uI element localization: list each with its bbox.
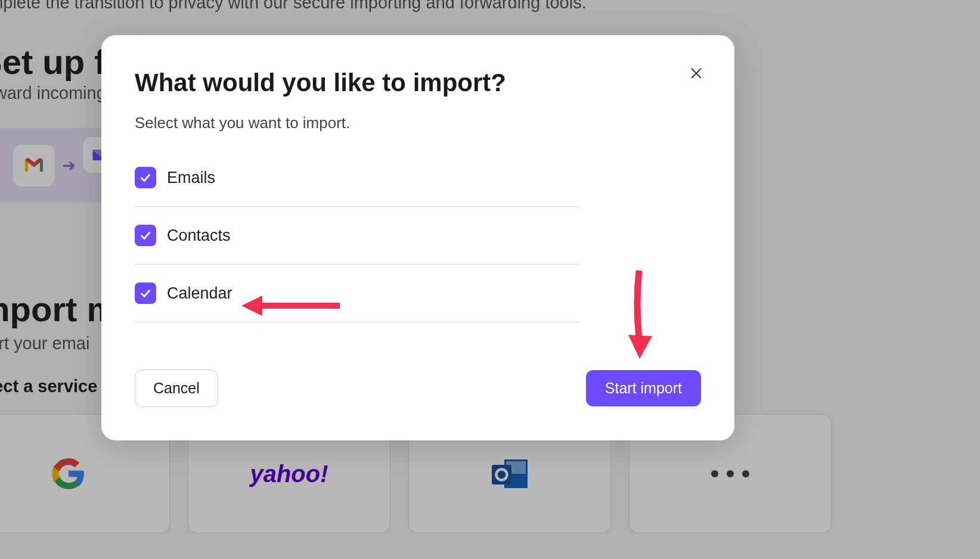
close-icon	[689, 66, 703, 80]
svg-rect-2	[492, 465, 511, 485]
google-icon	[50, 455, 87, 492]
check-icon	[139, 171, 152, 184]
modal-footer: Cancel Start import	[135, 369, 701, 407]
close-button[interactable]	[688, 65, 705, 82]
bg-forward-text: orward incoming	[0, 83, 106, 103]
check-icon	[139, 229, 152, 242]
modal-subtitle: Select what you want to import.	[135, 114, 701, 132]
option-label-calendar: Calendar	[167, 284, 232, 303]
outlook-icon	[486, 452, 534, 495]
option-label-emails: Emails	[167, 169, 215, 187]
checkbox-calendar[interactable]	[135, 282, 156, 304]
checkbox-contacts[interactable]	[135, 225, 156, 246]
option-row-calendar[interactable]: Calendar	[135, 265, 579, 322]
bg-import-text: port your emai	[0, 334, 89, 353]
cancel-button[interactable]: Cancel	[135, 369, 218, 407]
yahoo-icon: yahoo!	[250, 461, 328, 487]
import-modal: What would you like to import? Select wh…	[101, 35, 734, 440]
bg-import-heading: mport m	[0, 289, 117, 329]
gmail-icon	[13, 145, 55, 187]
start-import-button[interactable]: Start import	[586, 370, 701, 406]
more-icon	[711, 470, 749, 477]
check-icon	[139, 287, 152, 300]
forward-arrow-icon: ➜	[62, 156, 76, 175]
bg-top-text: omplete the transition to privacy with o…	[0, 0, 587, 13]
checkbox-emails[interactable]	[135, 167, 156, 188]
option-row-contacts[interactable]: Contacts	[135, 207, 579, 265]
option-row-emails[interactable]: Emails	[135, 149, 579, 207]
option-label-contacts: Contacts	[167, 226, 231, 245]
bg-select-service: elect a service	[0, 377, 97, 396]
modal-title: What would you like to import?	[135, 69, 701, 97]
